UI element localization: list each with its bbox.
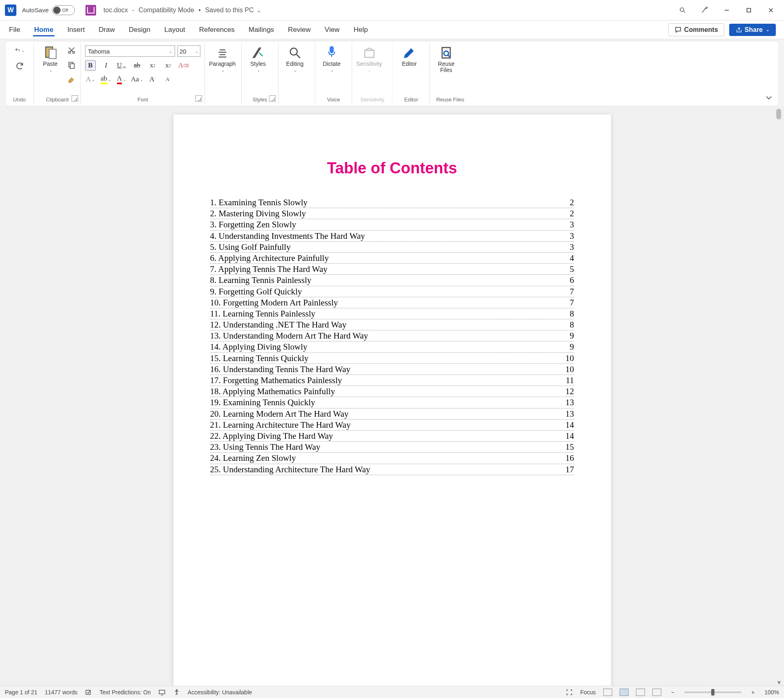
tab-layout[interactable]: Layout <box>164 23 186 36</box>
tab-draw[interactable]: Draw <box>98 23 116 36</box>
saved-status-dropdown[interactable]: ⌄ <box>256 7 261 13</box>
accessibility-icon[interactable] <box>173 689 180 696</box>
change-case-button[interactable]: Aa⌄ <box>132 74 142 85</box>
save-button[interactable] <box>85 5 96 16</box>
underline-button[interactable]: U⌄ <box>116 60 127 71</box>
display-settings-icon[interactable] <box>158 689 166 696</box>
text-predictions[interactable]: Text Predictions: On <box>100 689 151 696</box>
web-layout-button[interactable] <box>636 689 645 696</box>
editing-button[interactable]: Editing ⌄ <box>283 45 307 72</box>
page-indicator[interactable]: Page 1 of 21 <box>5 689 37 696</box>
toc-entry[interactable]: 24. Learning Zen Slowly16 <box>210 453 574 464</box>
toc-entry[interactable]: 11. Learning Tennis Painlessly8 <box>210 309 574 319</box>
shrink-font-button[interactable]: Aˇ <box>163 74 173 85</box>
toc-entry[interactable]: 17. Forgetting Mathematics Painlessly11 <box>210 375 574 386</box>
document-canvas[interactable]: Table of Contents 1. Examining Tennis Sl… <box>0 106 784 686</box>
toc-entry[interactable]: 18. Applying Mathematics Painfully12 <box>210 386 574 397</box>
toc-entry[interactable]: 8. Learning Tennis Painlessly6 <box>210 275 574 286</box>
accessibility-status[interactable]: Accessibility: Unavailable <box>188 689 252 696</box>
toc-entry[interactable]: 4. Understanding Investments The Hard Wa… <box>210 231 574 242</box>
bold-button[interactable]: B <box>85 60 96 71</box>
cut-button[interactable] <box>67 45 76 55</box>
zoom-in-button[interactable]: + <box>749 689 757 696</box>
paragraph-button[interactable]: Paragraph ⌄ <box>209 45 236 72</box>
autosave-toggle[interactable]: Off <box>52 5 75 15</box>
italic-button[interactable]: I <box>101 60 111 71</box>
toc-entry[interactable]: 25. Understanding Architecture The Hard … <box>210 465 574 475</box>
tab-references[interactable]: References <box>198 23 236 36</box>
font-color-button[interactable]: A⌄ <box>116 74 127 85</box>
toc-entry[interactable]: 14. Applying Diving Slowly9 <box>210 342 574 352</box>
toc-entry[interactable]: 19. Examining Tennis Quickly13 <box>210 397 574 408</box>
zoom-level[interactable]: 100% <box>764 689 779 696</box>
toc-entry[interactable]: 5. Using Golf Painfully3 <box>210 242 574 253</box>
ribbon-collapse-button[interactable] <box>765 95 773 102</box>
zoom-out-button[interactable]: − <box>669 689 677 696</box>
text-effects-button[interactable]: A⌄ <box>85 74 96 85</box>
toc-entry[interactable]: 3. Forgetting Zen Slowly3 <box>210 220 574 230</box>
tab-home[interactable]: Home <box>33 23 54 36</box>
clipboard-launcher[interactable] <box>72 95 78 102</box>
toc-entry[interactable]: 12. Understanding .NET The Hard Way8 <box>210 320 574 330</box>
tab-view[interactable]: View <box>324 23 341 36</box>
font-launcher[interactable] <box>195 95 202 102</box>
close-button[interactable] <box>766 5 776 15</box>
subscript-button[interactable]: x2 <box>147 60 158 71</box>
word-count[interactable]: 11477 words <box>45 689 77 696</box>
toc-entry[interactable]: 21. Learning Architecture The Hard Way14 <box>210 420 574 431</box>
tab-insert[interactable]: Insert <box>67 23 86 36</box>
toc-entry[interactable]: 7. Applying Tennis The Hard Way5 <box>210 264 574 275</box>
toc-entry[interactable]: 1. Examining Tennis Slowly2 <box>210 198 574 208</box>
comments-button[interactable]: Comments <box>668 23 724 36</box>
tab-mailings[interactable]: Mailings <box>248 23 275 36</box>
minimize-button[interactable] <box>722 5 732 15</box>
maximize-button[interactable] <box>744 5 754 15</box>
redo-button[interactable] <box>15 61 25 71</box>
search-icon[interactable] <box>678 5 687 15</box>
read-mode-button[interactable] <box>603 689 612 696</box>
toc-entry[interactable]: 23. Using Tennis The Hard Way15 <box>210 442 574 453</box>
share-button[interactable]: Share ⌄ <box>729 24 776 36</box>
styles-button[interactable]: Styles ⌄ <box>246 45 270 72</box>
outline-view-button[interactable] <box>652 689 661 696</box>
format-painter-button[interactable] <box>67 75 76 85</box>
toc-entry[interactable]: 2. Mastering Diving Slowly2 <box>210 209 574 219</box>
toc-entry[interactable]: 10. Forgetting Modern Art Painlessly7 <box>210 298 574 308</box>
dictate-button[interactable]: Dictate ⌄ <box>319 45 344 72</box>
toc-entry[interactable]: 6. Applying Architecture Painfully4 <box>210 253 574 264</box>
spellcheck-icon[interactable] <box>85 689 92 696</box>
vertical-scrollbar[interactable]: ▼ <box>775 106 782 686</box>
scrollbar-down-arrow[interactable]: ▼ <box>776 679 781 684</box>
highlight-button[interactable]: ab⌄ <box>101 74 111 85</box>
tab-help[interactable]: Help <box>353 23 368 36</box>
clear-formatting-button[interactable]: A⌫ <box>178 60 189 71</box>
zoom-slider[interactable] <box>684 691 741 693</box>
print-layout-button[interactable] <box>620 689 629 696</box>
styles-launcher[interactable] <box>269 95 276 102</box>
toc-entry[interactable]: 16. Understanding Tennis The Hard Way10 <box>210 364 574 375</box>
focus-mode[interactable]: Focus <box>580 689 596 696</box>
copy-button[interactable] <box>67 60 76 70</box>
tab-file[interactable]: File <box>8 23 21 36</box>
coming-soon-icon[interactable] <box>700 5 710 15</box>
toc-entry[interactable]: 15. Learning Tennis Quickly10 <box>210 353 574 364</box>
editor-button[interactable]: Editor <box>397 45 422 67</box>
scrollbar-thumb[interactable] <box>776 109 781 119</box>
zoom-slider-knob[interactable] <box>711 689 714 696</box>
strikethrough-button[interactable]: ab <box>132 60 142 71</box>
toc-entry[interactable]: 9. Forgetting Golf Quickly7 <box>210 287 574 297</box>
toc-entry[interactable]: 13. Understanding Modern Art The Hard Wa… <box>210 331 574 341</box>
focus-icon[interactable] <box>566 689 573 696</box>
superscript-button[interactable]: x2 <box>163 60 173 71</box>
tab-design[interactable]: Design <box>128 23 151 36</box>
font-family-select[interactable]: Tahoma ⌄ <box>85 45 175 57</box>
tab-review[interactable]: Review <box>287 23 312 36</box>
undo-button[interactable]: ⌄ <box>15 45 25 55</box>
toc-entry[interactable]: 22. Applying Diving The Hard Way14 <box>210 431 574 442</box>
toc-entry[interactable]: 20. Learning Modern Art The Hard Way13 <box>210 409 574 420</box>
reuse-files-button[interactable]: Reuse Files <box>434 45 458 74</box>
grow-font-button[interactable]: Aˆ <box>147 74 158 85</box>
paste-button[interactable]: Paste ⌄ <box>38 45 63 72</box>
page[interactable]: Table of Contents 1. Examining Tennis Sl… <box>173 114 611 686</box>
font-size-select[interactable]: 20 ⌄ <box>177 45 200 57</box>
